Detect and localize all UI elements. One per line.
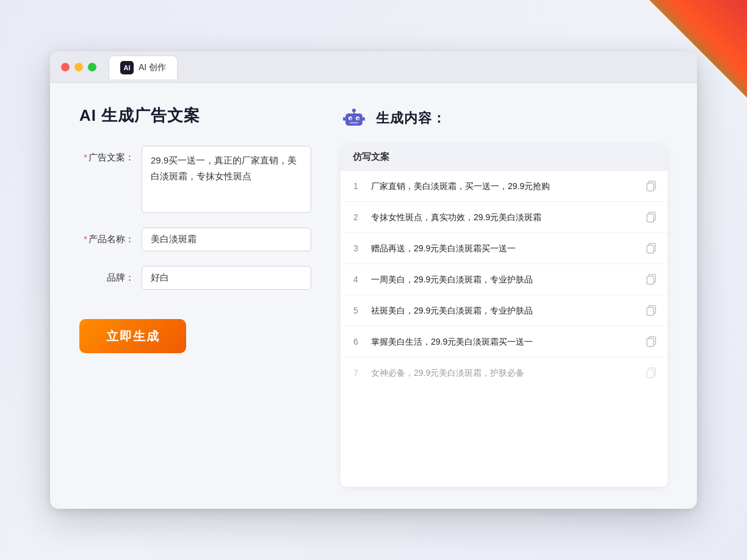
row-number: 7 <box>350 368 361 378</box>
robot-icon <box>341 105 367 132</box>
product-name-group: *产品名称： <box>79 228 311 251</box>
table-row: 6掌握美白生活，29.9元美白淡斑霜买一送一 <box>341 326 668 357</box>
product-name-input[interactable] <box>142 228 311 251</box>
row-text: 厂家直销，美白淡斑霜，买一送一，29.9元抢购 <box>371 180 635 193</box>
result-rows-container: 1厂家直销，美白淡斑霜，买一送一，29.9元抢购 2专抹女性斑点，真实功效，29… <box>341 171 668 388</box>
svg-rect-23 <box>647 370 654 378</box>
traffic-lights <box>61 63 96 71</box>
copy-icon[interactable] <box>644 366 658 379</box>
svg-rect-11 <box>647 183 654 191</box>
required-star-2: * <box>84 234 87 244</box>
copy-icon[interactable] <box>644 304 658 317</box>
maximize-button[interactable] <box>88 63 96 71</box>
row-number: 5 <box>350 306 361 315</box>
result-table: 仿写文案 1厂家直销，美白淡斑霜，买一送一，29.9元抢购 2专抹女性斑点，真实… <box>341 144 668 487</box>
result-header: 生成内容： <box>341 105 668 132</box>
row-number: 6 <box>350 337 361 346</box>
table-row: 1厂家直销，美白淡斑霜，买一送一，29.9元抢购 <box>341 171 668 202</box>
tab-icon: AI <box>120 61 134 74</box>
copy-icon[interactable] <box>644 273 658 286</box>
ad-copy-label: *广告文案： <box>79 146 134 163</box>
copy-icon[interactable] <box>644 242 658 255</box>
table-header: 仿写文案 <box>341 144 668 171</box>
row-number: 1 <box>350 181 361 191</box>
svg-rect-9 <box>363 117 365 121</box>
title-bar: AI AI 创作 <box>50 51 697 83</box>
main-content: AI 生成广告文案 *广告文案： *产品名称： 品牌： 立 <box>50 83 697 509</box>
required-star: * <box>84 152 87 162</box>
row-text: 专抹女性斑点，真实功效，29.9元美白淡斑霜 <box>371 211 635 224</box>
page-title: AI 生成广告文案 <box>79 105 311 126</box>
svg-rect-8 <box>343 117 345 121</box>
row-text: 女神必备，29.9元美白淡斑霜，护肤必备 <box>371 367 635 379</box>
svg-rect-21 <box>647 339 654 346</box>
svg-rect-2 <box>353 112 355 114</box>
product-name-label: *产品名称： <box>79 228 134 245</box>
svg-point-5 <box>350 118 352 120</box>
browser-window: AI AI 创作 AI 生成广告文案 *广告文案： *产品名称： <box>50 51 697 509</box>
minimize-button[interactable] <box>74 63 83 71</box>
tab-label: AI 创作 <box>139 62 166 73</box>
tab-ai-creation[interactable]: AI AI 创作 <box>109 56 178 79</box>
ad-copy-input[interactable] <box>142 146 311 213</box>
brand-label: 品牌： <box>79 266 134 284</box>
generate-button[interactable]: 立即生成 <box>79 319 186 353</box>
close-button[interactable] <box>61 63 70 71</box>
table-row: 3赠品再送，29.9元美白淡斑霜买一送一 <box>341 233 668 264</box>
row-number: 4 <box>350 275 361 284</box>
row-number: 3 <box>350 243 361 253</box>
svg-rect-0 <box>345 113 363 126</box>
table-row: 7女神必备，29.9元美白淡斑霜，护肤必备 <box>341 357 668 388</box>
svg-rect-17 <box>647 276 654 284</box>
table-row: 2专抹女性斑点，真实功效，29.9元美白淡斑霜 <box>341 202 668 233</box>
row-text: 祛斑美白，29.9元美白淡斑霜，专业护肤品 <box>371 304 635 317</box>
svg-rect-13 <box>647 214 654 222</box>
table-row: 5祛斑美白，29.9元美白淡斑霜，专业护肤品 <box>341 295 668 326</box>
row-text: 掌握美白生活，29.9元美白淡斑霜买一送一 <box>371 336 635 348</box>
svg-rect-15 <box>647 245 654 253</box>
row-text: 一周美白，29.9元美白淡斑霜，专业护肤品 <box>371 273 635 286</box>
svg-rect-7 <box>350 122 358 124</box>
left-panel: AI 生成广告文案 *广告文案： *产品名称： 品牌： 立 <box>79 105 311 487</box>
copy-icon[interactable] <box>644 210 658 224</box>
row-number: 2 <box>350 212 361 222</box>
copy-icon[interactable] <box>644 179 658 193</box>
table-row: 4一周美白，29.9元美白淡斑霜，专业护肤品 <box>341 264 668 295</box>
copy-icon[interactable] <box>644 335 658 348</box>
row-text: 赠品再送，29.9元美白淡斑霜买一送一 <box>371 242 635 255</box>
ad-copy-group: *广告文案： <box>79 146 311 213</box>
svg-rect-19 <box>647 307 654 315</box>
svg-point-6 <box>357 118 359 120</box>
result-title: 生成内容： <box>376 109 446 127</box>
brand-group: 品牌： <box>79 266 311 290</box>
brand-input[interactable] <box>142 266 311 290</box>
right-panel: 生成内容： 仿写文案 1厂家直销，美白淡斑霜，买一送一，29.9元抢购 2专抹女… <box>341 105 668 487</box>
